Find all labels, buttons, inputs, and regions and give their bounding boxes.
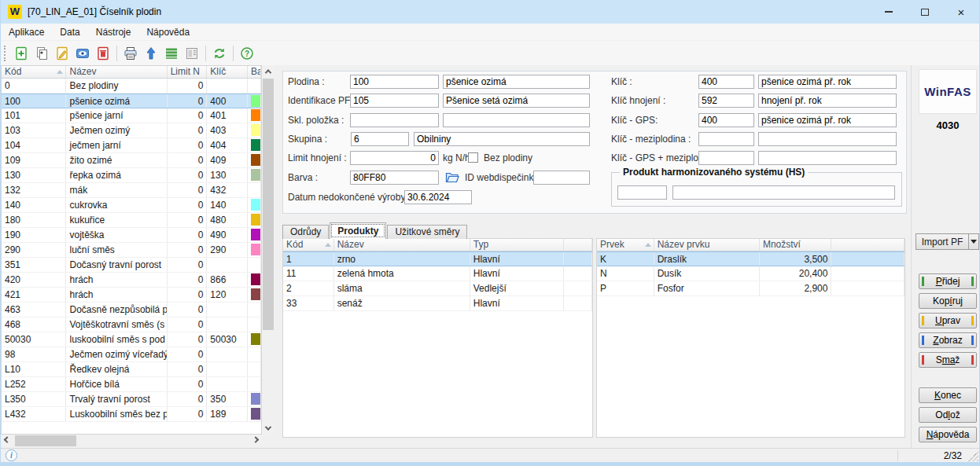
resize-grip[interactable] [968,451,978,461]
table-row[interactable]: 1zrnoHlavní [283,251,592,266]
scroll-down-icon[interactable] [262,422,274,435]
limit-hnojeni-input[interactable] [350,151,439,165]
hs-name-input[interactable] [672,185,895,200]
napoveda-button[interactable]: Nápověda [919,427,977,442]
klic-meziplodina-name-input[interactable] [758,132,897,146]
table-row[interactable]: 33senážHlavní [283,296,592,311]
bez-plodiny-checkbox[interactable] [468,152,478,163]
view-record-button[interactable] [73,44,92,63]
import-pf-button[interactable]: Import PF [916,233,969,250]
new-record-button[interactable] [12,44,31,63]
column-header[interactable]: Barva [248,66,261,78]
id-webdispecink-input[interactable] [533,171,590,185]
konec-button[interactable]: Konec [919,387,977,403]
menu-item-3[interactable]: Nápověda [138,24,197,41]
column-header[interactable]: Množství [760,239,832,251]
table-row[interactable]: 109žito ozimé0409 [2,153,261,168]
close-button[interactable]: × [943,0,979,24]
klic-code-input[interactable] [698,75,754,89]
table-row[interactable]: 103Ječmen ozimý0403 [2,123,261,138]
smaz-button[interactable]: Smaž [919,352,977,368]
print-button[interactable] [121,44,140,63]
table-row[interactable]: 104ječmen jarní0404 [2,138,261,153]
copy-record-button[interactable] [32,44,51,63]
table-row[interactable]: 420hrách0866 [2,273,261,288]
menu-item-1[interactable]: Data [52,24,87,41]
list-button[interactable] [162,44,181,63]
delete-record-button[interactable] [94,44,112,63]
tab-odrudy[interactable]: Odrůdy [282,225,329,239]
table-row[interactable]: L350Trvalý travní porost0350 [2,392,261,407]
skupina-code-input[interactable] [351,132,409,146]
tab-uzitkove-smery[interactable]: Užitkové směry [387,225,467,239]
menu-item-2[interactable]: Nástroje [88,24,139,41]
table-row[interactable]: L432Luskoobilní směs bez p0189 [2,407,261,422]
skl-polozka-name-input[interactable] [443,113,590,127]
column-header[interactable]: Typ [470,239,564,251]
scroll-left-icon[interactable] [1,435,13,447]
column-header[interactable]: Limit N [168,66,208,78]
klic-meziplodina-code-input[interactable] [698,132,754,146]
table-row[interactable]: 140cukrovka0140 [2,198,261,213]
identifikace-pf-code-input[interactable] [350,94,439,108]
table-row[interactable]: 351Dočasný travní porost0 [2,258,261,273]
table-row[interactable]: 468Vojtěškotravní směs (s0 [2,317,261,332]
table-row[interactable]: 130řepka ozimá0130 [2,168,261,183]
refresh-button[interactable] [210,44,229,63]
table-row[interactable]: 190vojtěška0490 [2,228,261,243]
barva-input[interactable] [350,171,439,185]
menu-item-0[interactable]: Aplikace [1,24,52,41]
table-row[interactable]: 11zelená hmotaHlavní [283,266,592,281]
zobraz-button[interactable]: Zobraz [919,332,977,348]
column-header[interactable]: Název [334,239,470,251]
column-header[interactable]: Prvek [597,239,654,251]
table-row[interactable]: 2slámaVedlejší [283,281,592,296]
table-row[interactable]: 0Bez plodiny0 [2,79,261,94]
hs-code-input[interactable] [617,185,667,200]
crops-vertical-scrollbar[interactable] [262,65,274,435]
maximize-button[interactable] [907,0,943,24]
pridej-button[interactable]: Přidej [919,273,977,289]
column-header[interactable]: Kód [283,239,334,251]
klic-gps-code-input[interactable] [698,113,754,127]
odloz-button[interactable]: Odlož [919,407,977,423]
column-header[interactable]: Klíč [207,66,248,78]
table-row[interactable]: L252Hořčice bílá0 [2,377,261,392]
table-row[interactable]: 132mák0432 [2,183,261,198]
klic-gps-name-input[interactable] [758,113,897,127]
tab-produkty[interactable]: Produkty [330,222,386,239]
table-row[interactable]: NDusík20,400 [597,266,904,281]
help-button[interactable]: ? [238,44,256,63]
klic-name-input[interactable] [758,75,897,89]
table-row[interactable]: 180kukuřice0480 [2,213,261,228]
kopiruj-button[interactable]: Kopíruj [919,293,977,309]
klic-hnojeni-code-input[interactable] [698,94,754,108]
scroll-thumb[interactable] [15,435,76,446]
table-row[interactable]: L10Ředkev olejná0 [2,362,261,377]
table-row[interactable]: 100pšenice ozimá0400 [2,94,261,108]
column-header[interactable]: Kód [2,66,66,78]
table-row[interactable]: 463Dočasně nezpůsobilá p0 [2,303,261,317]
scroll-up-icon[interactable] [262,65,274,78]
table-row[interactable]: 50030luskoobilní směs s pod050030 [2,332,261,347]
column-header[interactable] [831,239,904,251]
table-row[interactable]: 98Ječmen ozimý víceřadý0 [2,347,261,362]
edit-record-button[interactable] [53,44,72,63]
skl-polozka-code-input[interactable] [350,113,439,127]
toolbar-grip[interactable] [4,46,7,61]
scroll-thumb[interactable] [263,79,274,330]
klic-gps-meziplodina-name-input[interactable] [758,151,897,165]
table-row[interactable]: 290luční směs0290 [2,243,261,258]
table-row[interactable]: PFosfor2,900 [597,281,904,296]
column-header[interactable]: Název prvku [654,239,760,251]
plodina-code-input[interactable] [350,75,439,89]
column-header[interactable] [564,239,592,251]
color-picker-folder-icon[interactable] [444,171,460,185]
table-row[interactable]: 101pšenice jarní0401 [2,108,261,123]
column-header[interactable]: Název [66,66,167,78]
columns-button[interactable] [182,44,201,63]
uprav-button[interactable]: Uprav [919,313,977,328]
datum-nedokoncene-vyroby-input[interactable] [404,190,472,204]
skupina-name-input[interactable] [414,132,590,146]
klic-gps-meziplodina-code-input[interactable] [698,151,754,165]
